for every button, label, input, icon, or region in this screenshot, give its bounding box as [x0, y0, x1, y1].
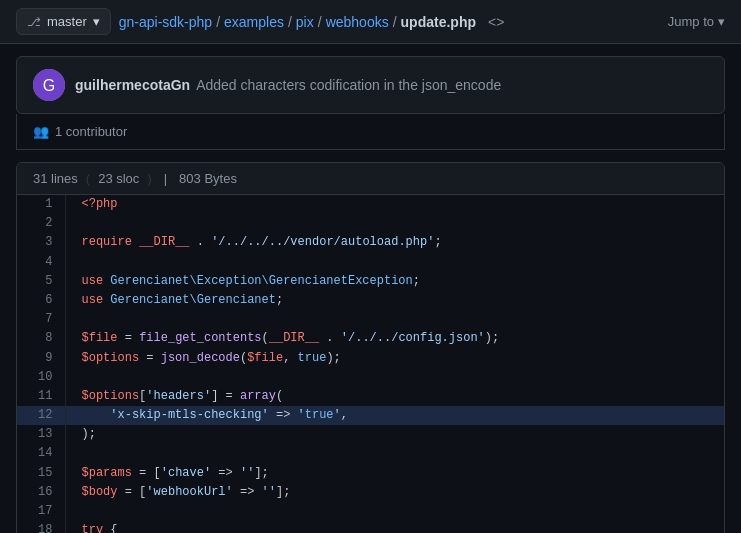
table-row: 12 'x-skip-mtls-checking' => 'true',	[17, 406, 724, 425]
line-number: 7	[17, 310, 65, 329]
jump-to-label: Jump to	[668, 14, 714, 29]
line-number: 15	[17, 464, 65, 483]
line-content	[65, 310, 724, 329]
file-lines: 31 lines	[33, 171, 78, 186]
line-content: <?php	[65, 195, 724, 214]
table-row: 10	[17, 368, 724, 387]
line-content: $options['headers'] = array(	[65, 387, 724, 406]
line-number: 8	[17, 329, 65, 348]
line-content	[65, 368, 724, 387]
line-content	[65, 253, 724, 272]
commit-info: guilhermecotaGn Added characters codific…	[75, 77, 708, 93]
file-header: 31 lines ( 23 sloc ) | 803 Bytes	[17, 163, 724, 195]
line-content: try {	[65, 521, 724, 533]
line-number: 4	[17, 253, 65, 272]
line-number: 12	[17, 406, 65, 425]
line-number: 6	[17, 291, 65, 310]
line-content: use Gerencianet\Exception\GerencianetExc…	[65, 272, 724, 291]
table-row: 15$params = ['chave' => ''];	[17, 464, 724, 483]
line-content	[65, 444, 724, 463]
line-number: 5	[17, 272, 65, 291]
line-number: 17	[17, 502, 65, 521]
line-content: use Gerencianet\Gerencianet;	[65, 291, 724, 310]
avatar: G	[33, 69, 65, 101]
table-row: 16$body = ['webhookUrl' => ''];	[17, 483, 724, 502]
table-row: 13);	[17, 425, 724, 444]
file-sloc: 23 sloc	[98, 171, 139, 186]
contributor-bar: 👥 1 contributor	[16, 114, 725, 150]
breadcrumb-repo[interactable]: gn-api-sdk-php	[119, 14, 212, 30]
line-number: 1	[17, 195, 65, 214]
jump-to-control[interactable]: Jump to ▾	[668, 14, 725, 29]
line-content: require __DIR__ . '/../../../vendor/auto…	[65, 233, 724, 252]
breadcrumb: gn-api-sdk-php / examples / pix / webhoo…	[119, 14, 660, 30]
svg-text:G: G	[43, 77, 55, 94]
table-row: 6use Gerencianet\Gerencianet;	[17, 291, 724, 310]
line-content: $params = ['chave' => ''];	[65, 464, 724, 483]
line-number: 3	[17, 233, 65, 252]
line-number: 11	[17, 387, 65, 406]
breadcrumb-code-icon: <>	[488, 14, 504, 30]
file-container: 31 lines ( 23 sloc ) | 803 Bytes 1<?php2…	[16, 162, 725, 533]
table-row: 17	[17, 502, 724, 521]
file-header-divider: |	[164, 171, 167, 186]
breadcrumb-current-file: update.php	[401, 14, 476, 30]
branch-selector[interactable]: ⎇ master ▾	[16, 8, 111, 35]
line-content: );	[65, 425, 724, 444]
line-number: 10	[17, 368, 65, 387]
line-number: 2	[17, 214, 65, 233]
line-content	[65, 214, 724, 233]
contributor-icon: 👥	[33, 124, 49, 139]
table-row: 11$options['headers'] = array(	[17, 387, 724, 406]
table-row: 5use Gerencianet\Exception\GerencianetEx…	[17, 272, 724, 291]
line-content: 'x-skip-mtls-checking' => 'true',	[65, 406, 724, 425]
table-row: 14	[17, 444, 724, 463]
table-row: 8$file = file_get_contents(__DIR__ . '/.…	[17, 329, 724, 348]
line-content: $body = ['webhookUrl' => ''];	[65, 483, 724, 502]
table-row: 4	[17, 253, 724, 272]
branch-dropdown-icon: ▾	[93, 14, 100, 29]
table-row: 7	[17, 310, 724, 329]
branch-icon: ⎇	[27, 15, 41, 29]
file-size: 803 Bytes	[179, 171, 237, 186]
branch-label: master	[47, 14, 87, 29]
breadcrumb-sep-3: /	[318, 14, 322, 30]
line-number: 18	[17, 521, 65, 533]
breadcrumb-examples[interactable]: examples	[224, 14, 284, 30]
contributor-text: 1 contributor	[55, 124, 127, 139]
code-table: 1<?php23require __DIR__ . '/../../../ven…	[17, 195, 724, 533]
breadcrumb-webhooks[interactable]: webhooks	[326, 14, 389, 30]
table-row: 1<?php	[17, 195, 724, 214]
line-number: 16	[17, 483, 65, 502]
breadcrumb-sep-4: /	[393, 14, 397, 30]
line-content: $file = file_get_contents(__DIR__ . '/..…	[65, 329, 724, 348]
line-number: 9	[17, 349, 65, 368]
top-bar: ⎇ master ▾ gn-api-sdk-php / examples / p…	[0, 0, 741, 44]
line-number: 14	[17, 444, 65, 463]
table-row: 2	[17, 214, 724, 233]
commit-bar: G guilhermecotaGn Added characters codif…	[16, 56, 725, 114]
table-row: 18try {	[17, 521, 724, 533]
breadcrumb-sep-2: /	[288, 14, 292, 30]
line-content: $options = json_decode($file, true);	[65, 349, 724, 368]
commit-message: Added characters codification in the jso…	[196, 77, 501, 93]
line-number: 13	[17, 425, 65, 444]
table-row: 3require __DIR__ . '/../../../vendor/aut…	[17, 233, 724, 252]
table-row: 9$options = json_decode($file, true);	[17, 349, 724, 368]
line-content	[65, 502, 724, 521]
jump-to-dropdown-icon: ▾	[718, 14, 725, 29]
breadcrumb-pix[interactable]: pix	[296, 14, 314, 30]
breadcrumb-sep-1: /	[216, 14, 220, 30]
commit-author[interactable]: guilhermecotaGn	[75, 77, 190, 93]
